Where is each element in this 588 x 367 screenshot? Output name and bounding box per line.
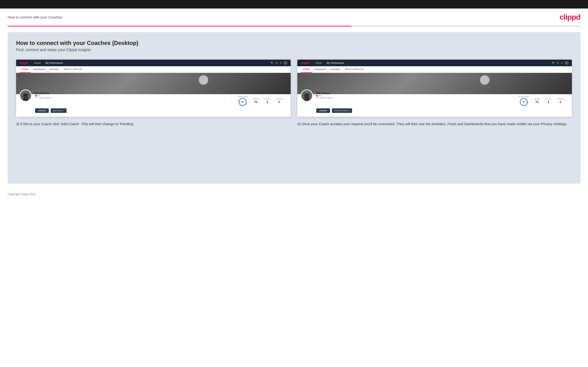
mock-nav-icons-right: 🔍 👤 ⚙ [552,61,569,65]
stat-followers-val-left: 1 [267,100,268,104]
profile-body-left: Dan Davies Pro 📍 United Kingdom [16,94,291,117]
stat-activities-val-right: 71 [535,100,538,104]
tab-whattoworkon-left[interactable]: What To Work On [61,66,85,73]
top-bar [0,0,588,8]
stat-following-val-left: 1 [278,100,280,104]
unfollow-button-left[interactable]: Unfollow [35,108,49,113]
stat-following-val-right: 1 [560,100,561,104]
screenshot-col-right: clippd Home My Performance 🔍 👤 ⚙ Profile… [297,60,572,127]
mock-nav-home-right[interactable]: Home [316,62,322,64]
cover-overlay-right [297,73,572,94]
pq-circle-right: 97 [520,98,528,106]
mock-logo-right: clippd [301,61,309,65]
stat-followers-label-right: Followers [545,98,552,100]
mock-nav-performance-left[interactable]: My Performance [45,62,63,64]
stat-following-label-left: Following [276,98,283,100]
stat-followers-right: Followers 1 [545,98,552,104]
tab-activities-left[interactable]: Activities [47,66,61,73]
footer: Copyright Clippd 2022 [0,189,588,199]
stats-row-right: Player Quality 97 Activities 71 [519,96,569,106]
tab-profile-left[interactable]: Profile [19,66,31,73]
stat-following-left: Following 1 [276,98,283,104]
copyright-text: Copyright Clippd 2022 [8,193,36,196]
stat-following-label-right: Following [557,98,564,100]
mock-profile-right: Dan Davies Pro 📍 United Kingdom [297,73,572,117]
caption-left: 3) If this is your Coach click 'Add Coac… [16,121,291,127]
mock-nav-right: clippd Home My Performance 🔍 👤 ⚙ [297,60,572,66]
mock-profile-left: Dan Davies Pro 📍 United Kingdom [16,73,291,117]
header-divider [8,26,580,26]
remove-coach-button-right[interactable]: Remove Coach ✕ [332,108,352,113]
avatar-icon-right[interactable] [565,61,569,65]
user-name-right: Dan Davies [316,92,332,95]
player-quality-right: Player Quality 97 [519,96,529,106]
stat-following-right: Following 1 [557,98,564,104]
avatar-icon-left[interactable] [284,61,287,65]
tab-dashboard-right[interactable]: Dashboard [312,66,328,73]
search-icon-left[interactable]: 🔍 [271,62,273,64]
badge-dot-left [35,95,37,97]
mock-nav-icons-left: 🔍 👤 ⚙ [271,61,287,65]
mock-logo-left: clippd [19,61,28,65]
main-content: How to connect with your Coaches (Deskto… [8,32,580,184]
mock-nav-home-left[interactable]: Home [34,62,41,64]
settings-icon-right[interactable]: ⚙ [561,62,563,64]
settings-icon-left[interactable]: ⚙ [280,62,282,64]
section-title: How to connect with your Coaches (Deskto… [16,40,572,46]
stat-followers-val-right: 1 [548,100,549,104]
header: How to connect with your Coaches clippd [0,8,588,26]
cover-overlay-left [16,73,291,94]
tab-dashboard-left[interactable]: Dashboard [31,66,47,73]
user-icon-left[interactable]: 👤 [275,62,278,64]
page-title: How to connect with your Coaches [8,15,62,19]
stat-activities-label-right: Activities [534,98,540,100]
stat-followers-left: Followers 1 [264,98,271,104]
avatar-figure-right [304,93,309,101]
stat-followers-label-left: Followers [264,98,271,100]
action-buttons-left: Unfollow Add Coach + [35,108,287,113]
user-location-right: 📍 United Kingdom [316,97,332,99]
pq-label-right: Player Quality [519,96,529,97]
profile-body-right: Dan Davies Pro 📍 United Kingdom [297,94,572,117]
stat-activities-val-left: 71 [254,100,257,104]
cover-image-left [16,73,291,94]
tab-whattoworkon-right[interactable]: What To Work On [343,66,366,73]
pin-icon-right: 📍 [316,97,318,99]
avatar-right [301,89,313,102]
clippd-logo: clippd [560,13,580,22]
search-icon-right[interactable]: 🔍 [552,62,555,64]
cover-image-right [297,73,572,94]
x-icon-right: ✕ [348,109,350,112]
mock-tabs-left: Profile Dashboard Activities What To Wor… [16,66,291,73]
stat-activities-left: Activities 71 [252,98,259,104]
screenshots-row: clippd Home My Performance 🔍 👤 ⚙ Profile… [16,60,572,127]
avatar-figure-left [23,93,28,101]
avatar-left [19,89,32,102]
mock-tabs-right: Profile Dashboard Activities What To Wor… [297,66,572,73]
user-badge-left: Pro [35,95,51,97]
caption-right: 4) Once your Coach accepts your request … [297,121,572,127]
mock-nav-left: clippd Home My Performance 🔍 👤 ⚙ [16,60,291,66]
tab-profile-right[interactable]: Profile [301,66,312,73]
screenshot-left: clippd Home My Performance 🔍 👤 ⚙ Profile… [16,60,291,117]
player-quality-left: Player Quality 97 [237,96,248,106]
stat-activities-label-left: Activities [252,98,259,100]
pin-icon-left: 📍 [35,97,37,99]
add-coach-button-left[interactable]: Add Coach + [51,108,67,113]
user-name-left: Dan Davies [35,92,51,95]
mock-nav-performance-right[interactable]: My Performance [327,62,344,64]
user-info-left: Dan Davies Pro 📍 United Kingdom [35,92,51,99]
badge-dot-right [316,95,318,97]
action-buttons-right: Unfollow Remove Coach ✕ [316,108,569,113]
user-info-right: Dan Davies Pro 📍 United Kingdom [316,92,332,99]
pq-label-left: Player Quality [237,96,248,97]
section-subtitle: Find, connect and share your Clippd insi… [16,48,572,52]
pq-circle-left: 97 [239,98,247,106]
unfollow-button-right[interactable]: Unfollow [316,108,330,113]
user-location-left: 📍 United Kingdom [35,97,51,99]
tab-activities-right[interactable]: Activities [328,66,342,73]
user-badge-right: Pro [316,95,332,97]
screenshot-right: clippd Home My Performance 🔍 👤 ⚙ Profile… [297,60,572,117]
user-icon-right[interactable]: 👤 [556,62,559,64]
screenshot-col-left: clippd Home My Performance 🔍 👤 ⚙ Profile… [16,60,291,127]
